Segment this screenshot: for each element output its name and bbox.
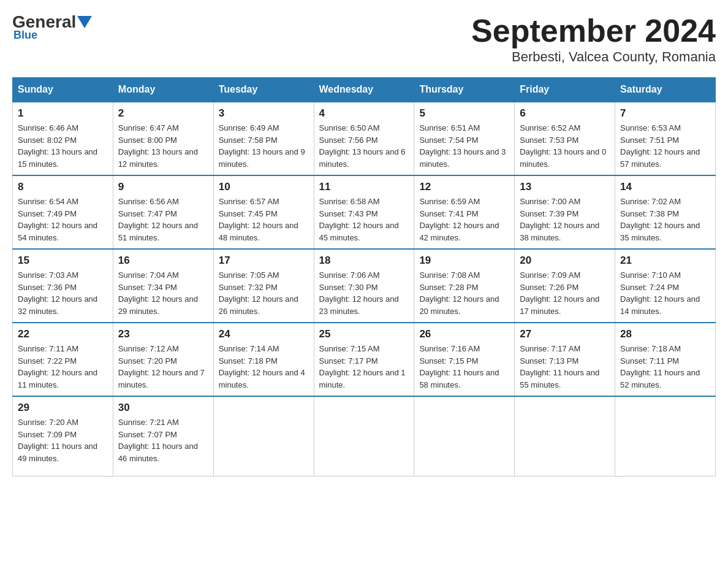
day-info: Sunrise: 7:15 AMSunset: 7:17 PMDaylight:… xyxy=(319,344,406,389)
day-info: Sunrise: 6:49 AMSunset: 7:58 PMDaylight:… xyxy=(219,123,305,169)
day-info: Sunrise: 7:14 AMSunset: 7:18 PMDaylight:… xyxy=(219,344,305,389)
day-number: 21 xyxy=(620,255,710,267)
day-number: 29 xyxy=(18,402,108,414)
day-info: Sunrise: 7:18 AMSunset: 7:11 PMDaylight:… xyxy=(620,344,700,389)
day-info: Sunrise: 6:53 AMSunset: 7:51 PMDaylight:… xyxy=(620,123,700,169)
day-info: Sunrise: 6:59 AMSunset: 7:41 PMDaylight:… xyxy=(419,197,499,242)
calendar-week-row: 8 Sunrise: 6:54 AMSunset: 7:49 PMDayligh… xyxy=(13,175,716,249)
col-sunday: Sunday xyxy=(13,78,113,102)
day-number: 4 xyxy=(319,107,409,120)
table-row: 25 Sunrise: 7:15 AMSunset: 7:17 PMDaylig… xyxy=(314,323,414,396)
day-info: Sunrise: 7:17 AMSunset: 7:13 PMDaylight:… xyxy=(520,344,599,389)
day-info: Sunrise: 7:03 AMSunset: 7:36 PMDaylight:… xyxy=(18,270,97,316)
day-number: 18 xyxy=(319,255,409,267)
day-info: Sunrise: 6:56 AMSunset: 7:47 PMDaylight:… xyxy=(118,197,198,242)
table-row: 7 Sunrise: 6:53 AMSunset: 7:51 PMDayligh… xyxy=(615,102,716,175)
calendar-subtitle: Berbesti, Valcea County, Romania xyxy=(471,49,716,65)
day-number: 12 xyxy=(419,181,509,193)
calendar-header-row: Sunday Monday Tuesday Wednesday Thursday… xyxy=(13,78,716,102)
calendar-week-row: 15 Sunrise: 7:03 AMSunset: 7:36 PMDaylig… xyxy=(13,249,716,323)
page-header: General Blue September 2024 Berbesti, Va… xyxy=(12,12,716,65)
day-number: 10 xyxy=(219,181,309,193)
table-row: 8 Sunrise: 6:54 AMSunset: 7:49 PMDayligh… xyxy=(13,175,113,249)
col-thursday: Thursday xyxy=(414,78,515,102)
table-row: 27 Sunrise: 7:17 AMSunset: 7:13 PMDaylig… xyxy=(515,323,615,396)
table-row xyxy=(615,396,716,476)
day-info: Sunrise: 6:46 AMSunset: 8:02 PMDaylight:… xyxy=(18,123,97,169)
day-info: Sunrise: 6:52 AMSunset: 7:53 PMDaylight:… xyxy=(520,123,606,169)
day-number: 16 xyxy=(118,255,208,267)
day-info: Sunrise: 7:00 AMSunset: 7:39 PMDaylight:… xyxy=(520,197,599,242)
table-row: 14 Sunrise: 7:02 AMSunset: 7:38 PMDaylig… xyxy=(615,175,716,249)
table-row: 30 Sunrise: 7:21 AMSunset: 7:07 PMDaylig… xyxy=(113,396,213,476)
table-row: 13 Sunrise: 7:00 AMSunset: 7:39 PMDaylig… xyxy=(515,175,615,249)
title-section: September 2024 Berbesti, Valcea County, … xyxy=(471,12,716,65)
table-row: 11 Sunrise: 6:58 AMSunset: 7:43 PMDaylig… xyxy=(314,175,414,249)
table-row: 17 Sunrise: 7:05 AMSunset: 7:32 PMDaylig… xyxy=(213,249,314,323)
day-number: 5 xyxy=(419,107,509,120)
day-info: Sunrise: 7:11 AMSunset: 7:22 PMDaylight:… xyxy=(18,344,97,389)
table-row: 29 Sunrise: 7:20 AMSunset: 7:09 PMDaylig… xyxy=(13,396,113,476)
table-row: 28 Sunrise: 7:18 AMSunset: 7:11 PMDaylig… xyxy=(615,323,716,396)
day-info: Sunrise: 6:51 AMSunset: 7:54 PMDaylight:… xyxy=(419,123,506,169)
logo-blue-text: Blue xyxy=(13,29,37,42)
day-number: 26 xyxy=(419,328,509,340)
calendar-week-row: 29 Sunrise: 7:20 AMSunset: 7:09 PMDaylig… xyxy=(13,396,716,476)
day-number: 11 xyxy=(319,181,409,193)
day-number: 2 xyxy=(118,107,208,120)
logo-triangle-icon xyxy=(77,16,92,28)
day-info: Sunrise: 7:08 AMSunset: 7:28 PMDaylight:… xyxy=(419,270,499,316)
day-number: 17 xyxy=(219,255,309,267)
day-number: 30 xyxy=(118,402,208,414)
day-number: 1 xyxy=(18,107,108,120)
day-info: Sunrise: 7:09 AMSunset: 7:26 PMDaylight:… xyxy=(520,270,599,316)
day-info: Sunrise: 7:02 AMSunset: 7:38 PMDaylight:… xyxy=(620,197,700,242)
day-number: 6 xyxy=(520,107,610,120)
day-info: Sunrise: 7:06 AMSunset: 7:30 PMDaylight:… xyxy=(319,270,399,316)
day-number: 24 xyxy=(219,328,309,340)
table-row: 21 Sunrise: 7:10 AMSunset: 7:24 PMDaylig… xyxy=(615,249,716,323)
day-info: Sunrise: 7:12 AMSunset: 7:20 PMDaylight:… xyxy=(118,344,205,389)
table-row xyxy=(314,396,414,476)
table-row: 18 Sunrise: 7:06 AMSunset: 7:30 PMDaylig… xyxy=(314,249,414,323)
col-wednesday: Wednesday xyxy=(314,78,414,102)
table-row: 4 Sunrise: 6:50 AMSunset: 7:56 PMDayligh… xyxy=(314,102,414,175)
table-row: 10 Sunrise: 6:57 AMSunset: 7:45 PMDaylig… xyxy=(213,175,314,249)
day-number: 7 xyxy=(620,107,710,120)
col-tuesday: Tuesday xyxy=(213,78,314,102)
day-info: Sunrise: 7:10 AMSunset: 7:24 PMDaylight:… xyxy=(620,270,700,316)
table-row xyxy=(213,396,314,476)
table-row: 24 Sunrise: 7:14 AMSunset: 7:18 PMDaylig… xyxy=(213,323,314,396)
table-row: 26 Sunrise: 7:16 AMSunset: 7:15 PMDaylig… xyxy=(414,323,515,396)
table-row: 2 Sunrise: 6:47 AMSunset: 8:00 PMDayligh… xyxy=(113,102,213,175)
table-row: 15 Sunrise: 7:03 AMSunset: 7:36 PMDaylig… xyxy=(13,249,113,323)
day-number: 23 xyxy=(118,328,208,340)
day-number: 28 xyxy=(620,328,710,340)
calendar-table: Sunday Monday Tuesday Wednesday Thursday… xyxy=(12,77,716,477)
table-row: 20 Sunrise: 7:09 AMSunset: 7:26 PMDaylig… xyxy=(515,249,615,323)
day-info: Sunrise: 6:57 AMSunset: 7:45 PMDaylight:… xyxy=(219,197,298,242)
day-info: Sunrise: 6:47 AMSunset: 8:00 PMDaylight:… xyxy=(118,123,198,169)
day-info: Sunrise: 7:16 AMSunset: 7:15 PMDaylight:… xyxy=(419,344,499,389)
day-number: 15 xyxy=(18,255,108,267)
table-row xyxy=(515,396,615,476)
table-row: 1 Sunrise: 6:46 AMSunset: 8:02 PMDayligh… xyxy=(13,102,113,175)
day-info: Sunrise: 7:20 AMSunset: 7:09 PMDaylight:… xyxy=(18,418,97,463)
day-number: 8 xyxy=(18,181,108,193)
table-row: 16 Sunrise: 7:04 AMSunset: 7:34 PMDaylig… xyxy=(113,249,213,323)
day-info: Sunrise: 7:04 AMSunset: 7:34 PMDaylight:… xyxy=(118,270,198,316)
day-number: 13 xyxy=(520,181,610,193)
col-friday: Friday xyxy=(515,78,615,102)
calendar-title: September 2024 xyxy=(471,12,716,49)
day-info: Sunrise: 6:58 AMSunset: 7:43 PMDaylight:… xyxy=(319,197,399,242)
table-row: 19 Sunrise: 7:08 AMSunset: 7:28 PMDaylig… xyxy=(414,249,515,323)
table-row: 3 Sunrise: 6:49 AMSunset: 7:58 PMDayligh… xyxy=(213,102,314,175)
calendar-week-row: 1 Sunrise: 6:46 AMSunset: 8:02 PMDayligh… xyxy=(13,102,716,175)
day-info: Sunrise: 6:54 AMSunset: 7:49 PMDaylight:… xyxy=(18,197,97,242)
day-info: Sunrise: 7:05 AMSunset: 7:32 PMDaylight:… xyxy=(219,270,298,316)
day-info: Sunrise: 7:21 AMSunset: 7:07 PMDaylight:… xyxy=(118,418,198,463)
day-number: 20 xyxy=(520,255,610,267)
day-number: 9 xyxy=(118,181,208,193)
logo: General Blue xyxy=(12,12,93,42)
table-row: 5 Sunrise: 6:51 AMSunset: 7:54 PMDayligh… xyxy=(414,102,515,175)
